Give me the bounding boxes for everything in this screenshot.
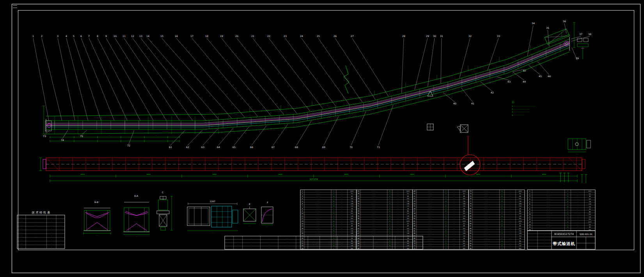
svg-text:····: ····: [397, 196, 399, 197]
svg-text:51: 51: [413, 196, 415, 197]
svg-text:74: 74: [470, 193, 472, 194]
svg-text:12: 12: [302, 218, 303, 219]
svg-text:···: ···: [408, 241, 410, 242]
svg-text:·········: ·········: [428, 205, 431, 207]
svg-text:·········: ·········: [484, 235, 488, 237]
svg-text:17: 17: [190, 35, 193, 37]
svg-text:88: 88: [470, 228, 472, 229]
svg-text:62: 62: [413, 223, 415, 224]
svg-text:2: 2: [389, 208, 390, 210]
svg-text:····: ····: [341, 213, 342, 214]
svg-text:···: ···: [313, 241, 314, 242]
svg-text:18: 18: [407, 208, 409, 210]
svg-text:·········: ·········: [546, 203, 550, 205]
svg-text:2: 2: [333, 210, 334, 212]
svg-text:29: 29: [426, 35, 429, 37]
svg-text:12: 12: [131, 35, 134, 37]
svg-text:····: ····: [453, 243, 455, 244]
svg-text:1.6: 1.6: [351, 215, 353, 217]
svg-text:47: 47: [523, 69, 526, 72]
svg-text:····: ····: [577, 206, 578, 208]
svg-text:16: 16: [175, 35, 178, 37]
svg-text:3.····························: 3.·····························: [512, 111, 530, 113]
svg-text:36: 36: [357, 218, 359, 219]
svg-text:····: ····: [163, 117, 165, 119]
svg-text:5.5: 5.5: [589, 213, 591, 215]
svg-text:····: ····: [397, 198, 399, 199]
svg-text:2: 2: [389, 193, 390, 194]
svg-text:····: ····: [397, 210, 399, 212]
svg-text:4: 4: [389, 210, 390, 212]
svg-text:1: 1: [502, 235, 502, 237]
svg-text:20: 20: [235, 35, 238, 37]
svg-text:60: 60: [413, 218, 415, 219]
parts-tables: 技 术 特 性 表 1·········1····12.52·········2…: [17, 190, 595, 249]
svg-text:····: ····: [155, 135, 157, 136]
svg-text:·········: ·········: [484, 218, 488, 219]
svg-text:1: 1: [445, 238, 446, 239]
svg-text:····: ····: [577, 219, 578, 220]
svg-text:·········: ·········: [316, 208, 319, 210]
svg-text:·········: ·········: [546, 191, 550, 192]
svg-text:····: ····: [108, 135, 110, 136]
svg-text:··: ··: [532, 232, 533, 233]
svg-text:19: 19: [220, 35, 223, 37]
svg-text:·········: ·········: [484, 201, 488, 202]
svg-text:····: ····: [453, 208, 455, 210]
svg-text:···: ···: [364, 238, 365, 239]
svg-text:C: C: [162, 191, 163, 194]
svg-text:54: 54: [413, 203, 415, 205]
svg-text:·········: ·········: [546, 211, 550, 213]
svg-text:1.····························: 1.······································…: [512, 105, 536, 107]
svg-text:3.2: 3.2: [407, 193, 409, 194]
svg-text:44: 44: [523, 80, 526, 83]
svg-text:···: ···: [60, 224, 61, 226]
svg-text:···: ···: [51, 243, 52, 244]
svg-text:·········: ·········: [484, 240, 488, 242]
svg-text:3: 3: [389, 203, 390, 205]
svg-text:39: 39: [576, 57, 579, 60]
svg-text:·····: ·····: [20, 232, 22, 233]
svg-text:····: ····: [397, 191, 399, 192]
svg-text:····: ····: [509, 248, 511, 249]
svg-text:120: 120: [407, 233, 409, 234]
svg-text:50: 50: [413, 193, 415, 194]
svg-text:15: 15: [529, 226, 531, 228]
svg-text:····: ····: [577, 211, 578, 213]
svg-text:··: ··: [590, 240, 591, 242]
svg-text:80: 80: [470, 208, 472, 210]
svg-text:11: 11: [122, 35, 126, 37]
svg-text:1: 1: [567, 208, 568, 210]
svg-text:··: ··: [544, 247, 545, 249]
svg-text:2.4: 2.4: [519, 235, 521, 237]
svg-text:····: ····: [453, 223, 455, 224]
svg-text:·····: ·····: [20, 239, 22, 241]
svg-text:1: 1: [502, 210, 502, 212]
svg-text:94: 94: [470, 243, 472, 244]
svg-text:····: ····: [509, 210, 511, 212]
svg-text:45: 45: [589, 226, 591, 228]
svg-text:····: ····: [341, 196, 342, 197]
svg-text:39: 39: [357, 225, 359, 227]
svg-text:8: 8: [333, 205, 334, 207]
svg-text:6: 6: [502, 196, 503, 197]
svg-text:···: ···: [51, 232, 52, 233]
svg-text:···: ···: [408, 247, 410, 249]
svg-text:·········: ·········: [484, 248, 488, 249]
svg-text:····: ····: [397, 238, 399, 239]
svg-text:68: 68: [295, 146, 298, 148]
svg-text:2.4: 2.4: [589, 206, 591, 208]
svg-text:·········: ·········: [372, 198, 376, 199]
svg-text:···: ···: [302, 247, 303, 249]
svg-text:2: 2: [445, 215, 446, 217]
svg-text:46: 46: [357, 243, 359, 244]
svg-text:2: 2: [445, 198, 446, 199]
svg-text:·····: ·····: [35, 235, 37, 237]
svg-text:2: 2: [445, 223, 446, 224]
svg-text:···: ···: [346, 238, 347, 239]
svg-text:·········: ·········: [316, 213, 319, 214]
svg-text:10: 10: [302, 213, 303, 214]
svg-text:7.6: 7.6: [407, 230, 409, 232]
svg-text:·····: ·····: [20, 221, 22, 222]
svg-text:·········: ·········: [546, 196, 550, 197]
